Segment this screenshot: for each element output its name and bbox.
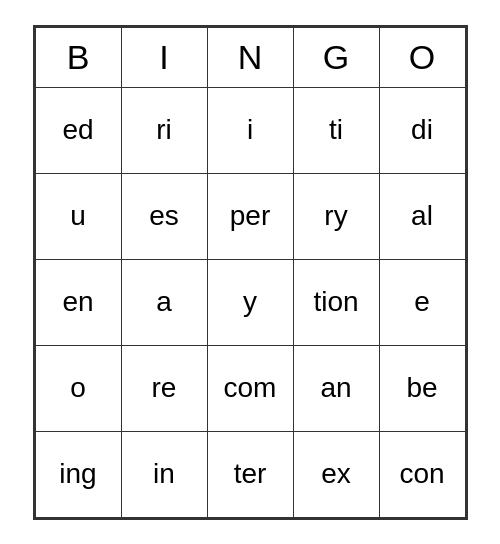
cell-1-1: es <box>121 173 207 259</box>
cell-1-2: per <box>207 173 293 259</box>
cell-2-1: a <box>121 259 207 345</box>
cell-3-4: be <box>379 345 465 431</box>
cell-2-0: en <box>35 259 121 345</box>
cell-3-3: an <box>293 345 379 431</box>
cell-2-2: y <box>207 259 293 345</box>
table-row: enaytione <box>35 259 465 345</box>
cell-0-2: i <box>207 87 293 173</box>
table-row: edriitidi <box>35 87 465 173</box>
cell-4-2: ter <box>207 431 293 517</box>
header-g: G <box>293 27 379 87</box>
header-o: O <box>379 27 465 87</box>
header-b: B <box>35 27 121 87</box>
cell-0-0: ed <box>35 87 121 173</box>
cell-0-1: ri <box>121 87 207 173</box>
cell-4-4: con <box>379 431 465 517</box>
cell-2-4: e <box>379 259 465 345</box>
cell-3-2: com <box>207 345 293 431</box>
cell-3-1: re <box>121 345 207 431</box>
header-n: N <box>207 27 293 87</box>
cell-4-3: ex <box>293 431 379 517</box>
header-row: B I N G O <box>35 27 465 87</box>
bingo-card: B I N G O edriitidiuesperryalenaytioneor… <box>33 25 468 520</box>
cell-0-3: ti <box>293 87 379 173</box>
cell-3-0: o <box>35 345 121 431</box>
cell-1-0: u <box>35 173 121 259</box>
cell-0-4: di <box>379 87 465 173</box>
table-row: inginterexcon <box>35 431 465 517</box>
cell-2-3: tion <box>293 259 379 345</box>
cell-4-1: in <box>121 431 207 517</box>
cell-4-0: ing <box>35 431 121 517</box>
table-row: orecomanbe <box>35 345 465 431</box>
cell-1-4: al <box>379 173 465 259</box>
table-row: uesperryal <box>35 173 465 259</box>
header-i: I <box>121 27 207 87</box>
bingo-table: B I N G O edriitidiuesperryalenaytioneor… <box>35 27 466 518</box>
cell-1-3: ry <box>293 173 379 259</box>
